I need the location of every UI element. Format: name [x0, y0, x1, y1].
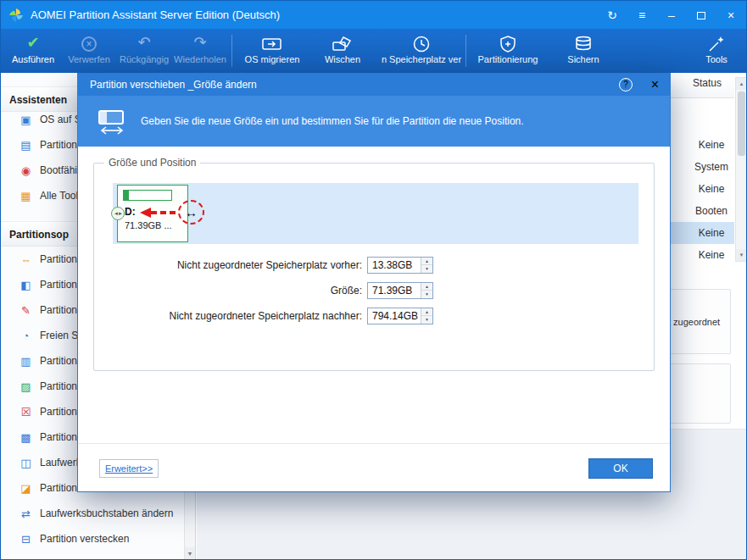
spinner-up-button[interactable]: ▲ — [421, 308, 432, 316]
dialog-header: Geben Sie die neue Größe ein und bestimm… — [78, 96, 670, 147]
sidebar-item-label: Partition — [40, 253, 77, 265]
spinner-down-button[interactable]: ▼ — [421, 265, 432, 273]
spinner-buttons: ▲ ▼ — [421, 258, 432, 273]
info-card — [665, 363, 731, 424]
disk-list-scrollbar[interactable]: ▲ ▼ — [735, 77, 747, 262]
clone-icon: ▤ — [19, 139, 33, 152]
down-arrow-icon: ▼ — [187, 551, 193, 557]
spinner-down-button[interactable]: ▼ — [421, 291, 432, 298]
redo-button[interactable]: ↷ Wiederholen — [172, 31, 228, 70]
down-arrow-icon: ▼ — [739, 252, 744, 258]
field-label-unallocated-before: Nicht zugeordneter Speicherplatz vorher: — [111, 257, 362, 274]
resize-dialog: Partition verschieben _Größe ändern ? × … — [77, 73, 671, 492]
sidebar-item-label: Alle Tool — [40, 190, 78, 202]
field-label-size: Größe: — [111, 282, 362, 299]
scrollbar-thumb[interactable] — [738, 91, 745, 156]
resize-icon: ⇔ — [19, 253, 33, 266]
ok-button[interactable]: OK — [588, 458, 653, 479]
scroll-down-arrow[interactable]: ▼ — [185, 547, 195, 560]
sidebar-item-hide-partition[interactable]: ⊟ Partition verstecken — [1, 526, 184, 552]
partition-block[interactable]: D: 71.39GB ... ◄► ↔ — [117, 185, 188, 242]
disk-wipe-icon — [311, 31, 374, 54]
partition-size: 71.39GB ... — [125, 220, 172, 230]
down-arrow-icon: ▼ — [425, 266, 429, 271]
minimize-button[interactable]: – — [665, 8, 678, 22]
titlebar: AOMEI Partition Assistant Server Edition… — [1, 1, 746, 29]
magic-wand-icon — [689, 31, 744, 54]
tools-button[interactable]: Tools — [689, 31, 744, 70]
toolbar: ✔ Ausführen × Verwerfen ↶ Rückgängig ↷ W… — [1, 29, 746, 73]
window-controls: ↻ ≡ – × — [605, 1, 738, 29]
sidebar-item-label: Partition — [40, 279, 77, 291]
handle-arrows-icon: ◄► — [114, 211, 122, 216]
sidebar-item-change-drive-letter[interactable]: ⇄ Laufwerksbuchstaben ändern — [1, 501, 184, 526]
scroll-up-arrow[interactable]: ▲ — [736, 78, 747, 90]
advanced-button[interactable]: Erweitert>> — [99, 459, 159, 478]
toolbar-label: Verwerfen — [62, 54, 116, 64]
label-icon: ◪ — [19, 482, 33, 495]
format-icon: ▩ — [19, 431, 33, 444]
field-label-unallocated-after: Nicht zugeordneter Speicherplatz nachher… — [111, 308, 362, 324]
align-icon: ▥ — [19, 355, 33, 368]
resize-partition-icon — [97, 107, 127, 136]
app-window: AOMEI Partition Assistant Server Edition… — [0, 0, 747, 560]
sidebar-item-label: Partition — [40, 304, 77, 316]
migrate-os-button[interactable]: OS migrieren — [237, 31, 308, 70]
menu-icon[interactable]: ≡ — [635, 8, 649, 22]
spinner-up-button[interactable]: ▲ — [421, 283, 432, 291]
field-size: ▲ ▼ — [367, 282, 433, 299]
close-button[interactable]: × — [724, 8, 738, 22]
sidebar-item-label: Partition — [40, 482, 77, 494]
split-icon: ✎ — [19, 304, 33, 317]
maximize-button[interactable] — [694, 8, 708, 22]
drag-hint-arrow — [140, 208, 151, 218]
left-resize-handle[interactable]: ◄► — [111, 207, 125, 220]
help-button[interactable]: ? — [619, 78, 633, 91]
scroll-down-arrow[interactable]: ▼ — [736, 249, 747, 261]
allocate-free-space-button[interactable]: n Speicherplatz ver — [377, 31, 465, 70]
sidebar-item-label: Partition — [40, 355, 77, 367]
sidebar-item-label: Partition — [40, 139, 77, 151]
status-column-header[interactable]: Status — [693, 77, 722, 89]
drag-hint-arrow-tail — [151, 211, 176, 214]
spinner-down-button[interactable]: ▼ — [421, 316, 432, 324]
free-space-icon: ◔ — [19, 330, 33, 342]
toolbar-label: Partitionierung — [469, 54, 547, 64]
disk-migrate-icon — [237, 31, 308, 54]
sidebar-item-label: Partition — [40, 406, 77, 418]
wipe-button[interactable]: Wischen — [311, 31, 374, 70]
sidebar-item-label: Laufwerk — [40, 457, 81, 469]
toolbar-separator — [231, 35, 232, 67]
partition-usage-bar — [123, 190, 172, 201]
toolbar-separator — [465, 35, 466, 67]
sidebar-item-label: Partition — [40, 431, 77, 443]
up-arrow-icon: ▲ — [739, 81, 744, 86]
legend-caption: t zugeordnet — [668, 317, 720, 327]
refresh-icon[interactable]: ↻ — [605, 8, 619, 22]
undo-button[interactable]: ↶ Rückgängig — [116, 31, 172, 70]
toolbar-label: Wiederholen — [172, 54, 228, 64]
bootable-cd-icon: ◉ — [19, 164, 33, 177]
field-unallocated-after: ▲ ▼ — [367, 308, 433, 324]
size-position-groupbox: Größe und Position D: 71.39GB ... ◄► ↔ N… — [93, 163, 655, 371]
database-icon — [552, 31, 615, 54]
dialog-close-button[interactable]: × — [651, 74, 659, 96]
dialog-message: Geben Sie die neue Größe ein und bestimm… — [141, 115, 524, 127]
backup-button[interactable]: Sichern — [552, 31, 615, 70]
app-logo-icon — [8, 8, 24, 23]
right-resize-handle[interactable]: ↔ — [178, 200, 204, 225]
usage-fill — [124, 191, 129, 200]
down-arrow-icon: ▼ — [425, 317, 429, 322]
merge-icon: ◧ — [19, 279, 33, 291]
cancel-icon: × — [62, 31, 116, 54]
partitioning-button[interactable]: Partitionierung — [469, 31, 547, 70]
discard-button[interactable]: × Verwerfen — [62, 31, 116, 70]
resize-cursor-icon: ↔ — [185, 205, 198, 219]
spinner-up-button[interactable]: ▲ — [421, 258, 432, 265]
drive-icon: ◫ — [19, 457, 33, 469]
section-title: Partitionsop — [9, 229, 69, 241]
redo-icon: ↷ — [172, 31, 228, 54]
drive-letter-icon: ⇄ — [19, 507, 33, 520]
footer-divider — [78, 443, 670, 444]
apply-button[interactable]: ✔ Ausführen — [6, 31, 60, 70]
